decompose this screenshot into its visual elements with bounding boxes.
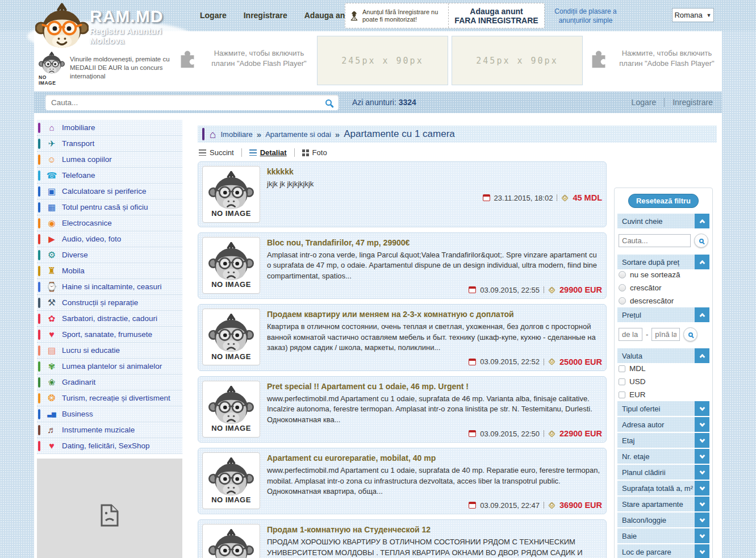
keyword-search-button[interactable] [694, 234, 708, 248]
listing-card[interactable]: NO IMAGE Продам 1-комнатную на Студенчес… [198, 519, 607, 558]
collapse-button[interactable] [695, 255, 709, 269]
listing-thumbnail[interactable]: NO IMAGE [202, 166, 260, 223]
sidebar-category-item[interactable]: ✿ Sarbatori, distractie, cadouri [37, 311, 182, 327]
listing-card[interactable]: NO IMAGE Pret special !! Apartament cu 1… [198, 376, 607, 443]
filter-section-header[interactable]: Cuvint cheie [617, 214, 709, 228]
search-input[interactable] [45, 98, 325, 107]
flash-plugin-placeholder[interactable]: Нажмите, чтобы включить плагин "Adobe Fl… [177, 48, 316, 69]
expand-button[interactable] [695, 401, 709, 416]
sidebar-category-item[interactable]: ⚙ Diverse [37, 247, 182, 263]
filter-section-header[interactable]: Stare apartamente [617, 497, 709, 511]
filter-section-header[interactable]: Suprafața totală a, m² [617, 481, 709, 495]
sidebar-category-item[interactable]: ⌚ Haine si incaltaminte, ceasuri [37, 279, 182, 295]
sidebar-category-item[interactable]: ♥ Sport, sanatate, frumusete [37, 327, 182, 343]
sidebar-category-item[interactable]: ♬ Instrumente muzicale [37, 422, 182, 438]
top-nav-link[interactable]: Inregistrare [244, 11, 287, 20]
listing-card[interactable]: NO IMAGE Продаем квартиру или меняем на … [198, 304, 607, 370]
listing-card[interactable]: NO IMAGE Bloc nou, Trandafirilor, 47 mp,… [198, 232, 607, 299]
listing-card[interactable]: NO IMAGE kkkkkk jkjk jk jkjkjkjkjk 23.11… [198, 161, 607, 227]
auth-link[interactable]: Logare [632, 98, 657, 107]
price-from-input[interactable] [619, 328, 642, 341]
collapse-button[interactable] [695, 214, 709, 228]
listing-card[interactable]: NO IMAGE Apartament cu euroreparatie, mo… [198, 448, 607, 514]
listing-title[interactable]: Продаем квартиру или меняем на 2-3-х ком… [267, 310, 602, 319]
currency-option[interactable]: MDL [619, 364, 708, 373]
sidebar-category-item[interactable]: ♥ Dating, felicitări, SexShop [37, 438, 182, 454]
filter-section-header[interactable]: Etaj [617, 433, 709, 448]
expand-button[interactable] [695, 465, 709, 480]
listing-title[interactable]: Bloc nou, Trandafirilor, 47 mp, 29900€ [267, 238, 602, 247]
sort-option[interactable]: crescător [619, 284, 708, 292]
reset-filter-button[interactable]: Resetează filtru [628, 194, 699, 208]
expand-button[interactable] [695, 417, 709, 432]
listing-thumbnail[interactable]: NO IMAGE [202, 237, 260, 294]
expand-button[interactable] [695, 528, 709, 543]
radio-button-icon[interactable] [619, 284, 626, 292]
radio-button-icon[interactable] [619, 271, 626, 278]
sidebar-category-item[interactable]: ✾ Lumea plantelor si animalelor [37, 359, 182, 374]
auth-link[interactable]: Inregistrare [664, 98, 713, 107]
sidebar-category-item[interactable]: ❀ Gradinarit [37, 374, 182, 390]
collapse-button[interactable] [695, 348, 709, 363]
sort-option[interactable]: descrescător [619, 297, 708, 305]
sidebar-category-item[interactable]: ✈ Transport [37, 136, 182, 152]
listing-title[interactable]: Apartament cu euroreparatie, mobilat, 40… [267, 453, 602, 463]
currency-option[interactable]: EUR [619, 390, 708, 399]
ad-placeholder-1[interactable]: 245px x 90px [317, 36, 448, 85]
listing-thumbnail[interactable]: NO IMAGE [202, 524, 260, 558]
listing-title[interactable]: Pret special !! Apartament cu 1 odaie, 4… [267, 382, 602, 391]
sidebar-category-item[interactable]: ☎ Telefoane [37, 168, 182, 184]
listing-thumbnail[interactable]: NO IMAGE [202, 452, 260, 509]
listing-title[interactable]: Продам 1-комнатную на Студенческой 12 [267, 525, 602, 534]
view-mode-tab[interactable]: Foto [294, 148, 327, 157]
search-icon[interactable] [325, 99, 332, 106]
filter-section-header[interactable]: Adresa autor [617, 417, 709, 432]
add-listing-no-registration-button[interactable]: Adauga anunt FARA INREGISTRARE [448, 3, 544, 28]
site-logo[interactable]: RAM.MD Registru Anunturi Moldova [34, 1, 181, 53]
expand-button[interactable] [695, 481, 709, 495]
breadcrumb-link[interactable]: Apartamente si odai [265, 130, 331, 139]
filter-section-header[interactable]: Nr. etaje [617, 449, 709, 464]
promo-listing[interactable]: NO IMAGE Vinurile moldovenești, premiate… [39, 52, 187, 86]
sidebar-category-item[interactable]: ❂ Turism, recreație și divertisment [37, 390, 182, 406]
sidebar-category-item[interactable]: ⚒ Construcții și reparație [37, 295, 182, 311]
filter-section-header[interactable]: Balcon/loggie [617, 513, 709, 527]
sidebar-category-item[interactable]: ▦ Totul pentru casă și oficiu [37, 199, 182, 215]
filter-section-header[interactable]: Planul clădirii [617, 465, 709, 480]
expand-button[interactable] [695, 449, 709, 464]
placement-conditions-link[interactable]: Condiții de plasare a anunțurilor simple [546, 7, 625, 25]
language-selector[interactable]: Romana ▼ [672, 8, 714, 22]
view-mode-tab[interactable]: Detaliat [241, 148, 287, 157]
expand-button[interactable] [695, 544, 709, 558]
breadcrumb-link[interactable]: Imobiliare [220, 130, 252, 139]
sidebar-category-item[interactable]: ▶ Audio, video, foto [37, 231, 182, 247]
top-nav-link[interactable]: Logare [200, 11, 227, 20]
checkbox-icon[interactable] [619, 365, 625, 372]
flash-plugin-placeholder[interactable]: Нажмите, чтобы включить плагин "Adobe Fl… [588, 48, 720, 69]
filter-section-header[interactable]: Loc de parcare [617, 544, 709, 558]
sidebar-category-item[interactable]: ◉ Electrocasnice [37, 215, 182, 231]
sidebar-category-item[interactable]: ♜ Mobila [37, 263, 182, 279]
filter-section-header[interactable]: Sortare după preț [617, 255, 709, 269]
sidebar-category-item[interactable]: ☺ Lumea copiilor [37, 152, 182, 168]
view-mode-tab[interactable]: Succint [199, 148, 234, 157]
listing-thumbnail[interactable]: NO IMAGE [202, 309, 260, 365]
price-to-input[interactable] [651, 328, 680, 341]
filter-section-header[interactable]: Valuta [617, 348, 709, 363]
filter-section-header[interactable]: Baie [617, 528, 709, 543]
checkbox-icon[interactable] [619, 392, 625, 398]
price-search-button[interactable] [683, 327, 697, 342]
filter-section-header[interactable]: Prețul [617, 307, 709, 322]
sidebar-category-item[interactable]: ▤ Lucru si educatie [37, 343, 182, 359]
sidebar-category-item[interactable]: ⌂ Imobiliare [37, 120, 182, 136]
keyword-filter-input[interactable] [619, 234, 691, 247]
expand-button[interactable] [695, 497, 709, 511]
checkbox-icon[interactable] [619, 378, 625, 385]
radio-button-icon[interactable] [619, 297, 626, 305]
expand-button[interactable] [695, 513, 709, 527]
sidebar-category-item[interactable]: ▃▆ Business [37, 406, 182, 422]
expand-button[interactable] [695, 433, 709, 448]
sidebar-category-item[interactable]: ▣ Calculatoare si periferice [37, 184, 182, 199]
sort-option[interactable]: nu se sortează [619, 270, 708, 279]
filter-section-header[interactable]: Tipul ofertei [617, 401, 709, 416]
